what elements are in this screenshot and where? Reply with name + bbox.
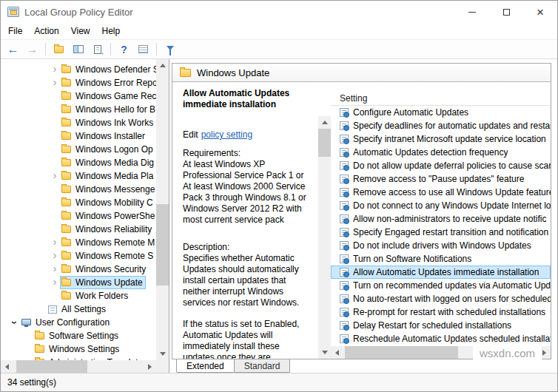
folder-icon bbox=[61, 159, 71, 166]
policy-description: Editpolicy setting Requirements: At leas… bbox=[172, 116, 318, 359]
tree-item[interactable]: Windows Defender S bbox=[1, 63, 156, 76]
tree-item[interactable]: All Settings bbox=[1, 303, 156, 316]
tree-vertical-scrollbar[interactable] bbox=[156, 59, 169, 360]
folder-icon bbox=[61, 106, 71, 113]
close-button[interactable] bbox=[523, 1, 557, 23]
tree-item[interactable]: Windows Hello for B bbox=[1, 103, 156, 116]
scrollbar-thumb[interactable] bbox=[345, 346, 458, 359]
scroll-up-button[interactable] bbox=[156, 59, 169, 72]
chevron-expand-icon[interactable] bbox=[50, 63, 60, 76]
policy-setting-icon bbox=[340, 241, 349, 250]
tree-item[interactable]: Windows Error Repo bbox=[1, 76, 156, 89]
tree-item[interactable]: Windows Media Dig bbox=[1, 156, 156, 169]
settings-item[interactable]: Re-prompt for restart with scheduled ins… bbox=[331, 305, 551, 319]
chevron-expand-icon[interactable] bbox=[50, 236, 60, 249]
tree-item[interactable]: Windows Security bbox=[1, 263, 156, 276]
scrollbar-corner bbox=[156, 360, 169, 373]
chevron-expand-icon[interactable] bbox=[50, 249, 60, 263]
settings-item-selected[interactable]: Allow Automatic Updates immediate instal… bbox=[331, 266, 551, 279]
settings-item[interactable]: Specify deadlines for automatic updates … bbox=[331, 119, 551, 132]
settings-item[interactable]: Turn on Software Notifications bbox=[331, 252, 551, 266]
tree-item[interactable]: Work Folders bbox=[1, 289, 156, 303]
menu-help[interactable]: Help bbox=[96, 24, 127, 38]
settings-item[interactable]: Specify Engaged restart transition and n… bbox=[331, 226, 551, 239]
settings-item[interactable]: Remove access to use all Windows Update … bbox=[331, 186, 551, 199]
tree-item[interactable]: Windows Logon Op bbox=[1, 143, 156, 156]
settings-item[interactable]: Do not allow update deferral policies to… bbox=[331, 159, 551, 172]
triangle-up-icon bbox=[322, 121, 328, 124]
tab-standard[interactable]: Standard bbox=[234, 359, 291, 373]
settings-item[interactable]: Specify intranet Microsoft update servic… bbox=[331, 132, 551, 146]
menu-action[interactable]: Action bbox=[28, 24, 64, 38]
tree-item[interactable]: Windows Remote S bbox=[1, 249, 156, 263]
tree-item[interactable]: Windows Ink Works bbox=[1, 116, 156, 129]
scroll-up-button[interactable] bbox=[318, 116, 331, 129]
settings-item[interactable]: Automatic Updates detection frequency bbox=[331, 146, 551, 159]
settings-item[interactable]: Configure Automatic Updates bbox=[331, 106, 551, 119]
settings-item[interactable]: Remove access to "Pause updates" feature bbox=[331, 172, 551, 186]
maximize-button[interactable] bbox=[489, 1, 523, 23]
settings-item[interactable]: Reschedule Automatic Updates scheduled i… bbox=[331, 332, 551, 345]
chevron-collapse-icon[interactable] bbox=[10, 316, 20, 329]
tree-item-user-configuration[interactable]: User Configuration bbox=[1, 316, 156, 329]
settings-item[interactable]: Turn on recommended updates via Automati… bbox=[331, 279, 551, 292]
settings-item[interactable]: No auto-restart with logged on users for… bbox=[331, 292, 551, 305]
minimize-button[interactable] bbox=[455, 1, 489, 23]
settings-item[interactable]: Do not include drivers with Windows Upda… bbox=[331, 239, 551, 252]
show-console-tree-button[interactable] bbox=[69, 41, 87, 58]
tree-item-windows-update[interactable]: Windows Update bbox=[1, 276, 156, 289]
edit-policy-setting-link[interactable]: policy setting bbox=[201, 129, 252, 140]
up-one-level-button[interactable] bbox=[50, 41, 68, 58]
forward-button[interactable] bbox=[23, 41, 41, 58]
tree-item[interactable]: Windows Settings bbox=[1, 342, 156, 356]
policy-setting-icon bbox=[340, 161, 349, 170]
settings-item[interactable]: Do not connect to any Windows Update Int… bbox=[331, 199, 551, 212]
results-pane: Windows Update Allow Automatic Updates i… bbox=[169, 59, 557, 373]
chevron-placeholder bbox=[50, 183, 60, 196]
details-vertical-scrollbar[interactable] bbox=[318, 116, 331, 359]
chevron-placeholder bbox=[50, 209, 60, 223]
tree-item[interactable]: Windows Messenge bbox=[1, 183, 156, 196]
settings-item[interactable]: Allow non-administrators to receive upda… bbox=[331, 212, 551, 226]
export-list-button[interactable] bbox=[88, 41, 107, 58]
filter-button[interactable] bbox=[161, 41, 179, 58]
scrollbar-track[interactable] bbox=[156, 72, 169, 348]
chevron-expand-icon[interactable] bbox=[50, 169, 60, 183]
scrollbar-thumb[interactable] bbox=[16, 360, 87, 373]
tree-item[interactable]: Windows Media Pla bbox=[1, 169, 156, 183]
chevron-expand-icon[interactable] bbox=[50, 76, 60, 89]
chevron-expand-icon[interactable] bbox=[50, 263, 60, 276]
scrollbar-track[interactable] bbox=[13, 360, 144, 373]
tree-item[interactable]: Windows Game Rec bbox=[1, 89, 156, 103]
back-button[interactable] bbox=[4, 41, 22, 58]
triangle-left-icon bbox=[335, 350, 339, 356]
scroll-right-button[interactable] bbox=[144, 360, 156, 373]
tree-item[interactable]: Windows Remote M bbox=[1, 236, 156, 249]
tree-item[interactable]: Windows PowerShe bbox=[1, 209, 156, 223]
local-group-policy-editor-window: Local Group Policy Editor File Action Vi… bbox=[0, 0, 558, 392]
scroll-down-button[interactable] bbox=[156, 348, 169, 360]
tab-extended[interactable]: Extended bbox=[176, 359, 235, 373]
scrollbar-thumb[interactable] bbox=[156, 204, 169, 285]
tree-item[interactable]: Windows Reliability bbox=[1, 223, 156, 236]
settings-item[interactable]: Delay Restart for scheduled installation… bbox=[331, 319, 551, 332]
edit-prefix-text: Edit bbox=[183, 129, 198, 140]
setting-column-header[interactable]: Setting bbox=[331, 91, 551, 106]
chevron-placeholder bbox=[50, 89, 60, 103]
scroll-left-button[interactable] bbox=[331, 346, 343, 359]
tree-item[interactable]: Software Settings bbox=[1, 329, 156, 342]
tree-horizontal-scrollbar[interactable] bbox=[1, 360, 156, 373]
tree-item[interactable]: Windows Mobility C bbox=[1, 196, 156, 209]
scroll-down-button[interactable] bbox=[318, 346, 331, 359]
app-icon[interactable] bbox=[7, 7, 19, 17]
help-button[interactable] bbox=[115, 41, 133, 58]
scrollbar-track[interactable] bbox=[318, 129, 331, 346]
icon-view-button[interactable] bbox=[134, 41, 152, 58]
scroll-left-button[interactable] bbox=[1, 360, 13, 373]
chevron-expand-icon[interactable] bbox=[50, 276, 60, 289]
tree-item[interactable]: Windows Installer bbox=[1, 129, 156, 143]
menu-file[interactable]: File bbox=[2, 24, 28, 38]
scrollbar-thumb[interactable] bbox=[318, 129, 331, 157]
menu-view[interactable]: View bbox=[65, 24, 96, 38]
folder-icon bbox=[61, 146, 71, 153]
